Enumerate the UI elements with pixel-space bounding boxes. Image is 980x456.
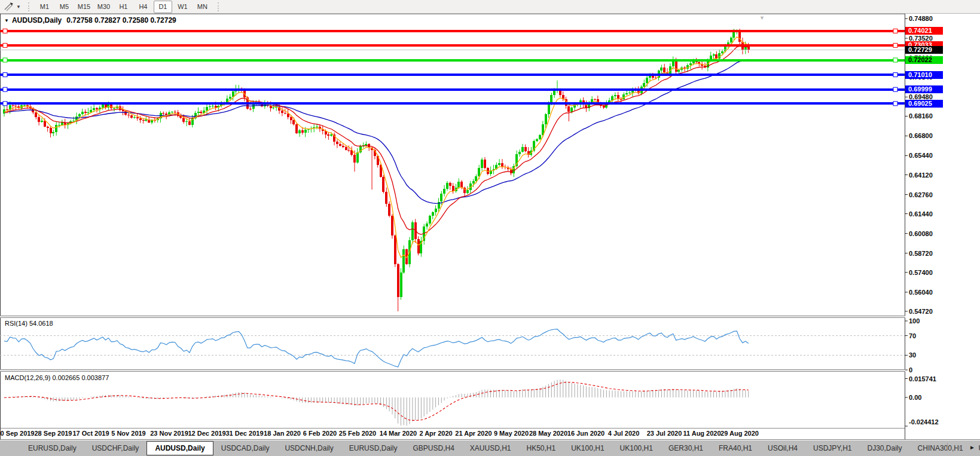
price-tick-label: 0.54720: [909, 307, 933, 316]
chart-shift-marker-icon[interactable]: ▼: [759, 15, 765, 21]
rsi-tick-label: 0: [909, 366, 912, 374]
tab-gbpusd-h4[interactable]: GBPUSD,H4: [405, 442, 462, 455]
price-tick-label: 0.60080: [909, 229, 933, 238]
tab-dj30-daily[interactable]: DJ30,Daily: [860, 442, 910, 455]
level-handle: [893, 87, 897, 91]
macd-tick-label: 0.00: [909, 393, 921, 402]
tab-scroll-right-icon[interactable]: ►: [969, 444, 975, 451]
price-tag[interactable]: 0.72022: [905, 56, 943, 64]
macd-tick-label: 0.015741: [909, 375, 936, 383]
collapse-triangle-icon[interactable]: ▼: [4, 18, 9, 23]
tab-hk50-h1[interactable]: HK50,H1: [519, 442, 564, 455]
line-studies-icon[interactable]: [2, 1, 16, 12]
price-tick-label: 0.68160: [909, 112, 933, 120]
price-tag[interactable]: 0.72729: [905, 46, 943, 54]
rsi-macd-splitter[interactable]: [0, 369, 905, 372]
macd-tick-label: -0.024412: [909, 418, 939, 426]
tab-usdcnh-daily[interactable]: USDCNH,Daily: [277, 442, 341, 455]
price-tick-label: 0.74880: [909, 14, 933, 23]
chart-symbol-label: AUDUSD,Daily: [12, 16, 62, 25]
tab-eurusd-daily[interactable]: EURUSD,Daily: [20, 442, 84, 455]
chart-canvas[interactable]: [0, 0, 980, 456]
rsi-line: [4, 329, 749, 367]
timeframe-button-mn[interactable]: MN: [193, 1, 212, 13]
chart-title: ▼AUDUSD,Daily0.72758 0.72827 0.72580 0.7…: [4, 16, 176, 25]
price-tick-label: 0.65440: [909, 151, 933, 160]
level-handle: [893, 43, 897, 47]
timeframe-button-d1[interactable]: D1: [154, 1, 172, 13]
toolbar-grip: [218, 2, 219, 11]
price-tag[interactable]: 0.69025: [905, 100, 943, 108]
price-tick-label: 0.58720: [909, 249, 933, 258]
timeframe-button-m15[interactable]: M15: [75, 1, 93, 13]
date-label: 29 Aug 2020: [713, 430, 767, 437]
chart-ohlc-values: 0.72758 0.72827 0.72580 0.72729: [66, 16, 176, 25]
tab-arrow-separator: [947, 443, 948, 451]
timeframe-button-h1[interactable]: H1: [114, 1, 133, 13]
level-handle: [3, 29, 7, 33]
level-handle: [893, 58, 897, 62]
level-handle: [893, 29, 897, 33]
price-tick-label: 0.56040: [909, 288, 933, 296]
tab-uk100-h1[interactable]: UK100,H1: [612, 442, 661, 455]
rsi-tick-label: 70: [909, 332, 916, 340]
timeframe-button-m1[interactable]: M1: [35, 1, 54, 13]
timeframe-button-w1[interactable]: W1: [173, 1, 192, 13]
macd-signal-line: [4, 382, 749, 421]
tab-fra40-h1[interactable]: FRA40,H1: [711, 442, 760, 455]
tab-eurusd-daily[interactable]: EURUSD,Daily: [341, 442, 405, 455]
timeframe-button-group: M1M5M15M30H1H4D1W1MN: [35, 1, 212, 13]
chart-tab-bar: EURUSD,DailyUSDCHF,DailyAUDUSD,DailyUSDC…: [0, 439, 980, 456]
level-handle: [3, 102, 7, 106]
timeframe-button-m5[interactable]: M5: [55, 1, 74, 13]
price-tick-label: 0.57400: [909, 268, 933, 277]
level-handle: [3, 58, 7, 62]
rsi-tick-label: 30: [909, 351, 916, 359]
price-tick-label: 0.62760: [909, 191, 933, 199]
price-tag[interactable]: 0.74021: [905, 27, 943, 35]
tab-usdcad-daily[interactable]: USDCAD,Daily: [213, 442, 277, 455]
price-tag[interactable]: 0.71010: [905, 71, 943, 79]
price-tick-label: 0.66800: [909, 131, 933, 140]
tab-scroll-left-icon[interactable]: ◄: [956, 444, 962, 451]
level-handle: [3, 73, 7, 77]
timeframe-button-m30[interactable]: M30: [94, 1, 113, 13]
tab-xauusd-h1[interactable]: XAUUSD,H1: [462, 442, 519, 455]
tab-usdjpy-h1[interactable]: USDJPY,H1: [805, 442, 859, 455]
timeframe-button-h4[interactable]: H4: [134, 1, 152, 13]
tab-audusd-daily[interactable]: AUDUSD,Daily: [146, 441, 213, 455]
price-tag[interactable]: 0.69999: [905, 85, 943, 93]
toolbar-grip: [28, 2, 29, 11]
level-handle: [3, 43, 7, 47]
tab-usdchf-daily[interactable]: USDCHF,Daily: [84, 442, 147, 455]
tab-usoil-h4[interactable]: USOil,H4: [760, 442, 805, 455]
rsi-label: RSI(14) 54.0618: [5, 320, 53, 327]
main-rsi-splitter[interactable]: [0, 316, 905, 318]
macd-label: MACD(12,26,9) 0.002665 0.003877: [5, 374, 109, 381]
rsi-tick-label: 100: [909, 317, 920, 325]
toolbar: ▼ M1M5M15M30H1H4D1W1MN: [0, 0, 980, 14]
price-tick-label: 0.61440: [909, 210, 933, 218]
tab-ger30-h1[interactable]: GER30,H1: [661, 442, 711, 455]
level-handle: [893, 102, 897, 106]
level-handle: [3, 87, 7, 91]
level-handle: [893, 73, 897, 77]
price-tick-label: 0.64120: [909, 171, 933, 179]
tab-uk100-h1[interactable]: UK100,H1: [563, 442, 612, 455]
dropdown-caret-icon[interactable]: ▼: [16, 4, 21, 10]
